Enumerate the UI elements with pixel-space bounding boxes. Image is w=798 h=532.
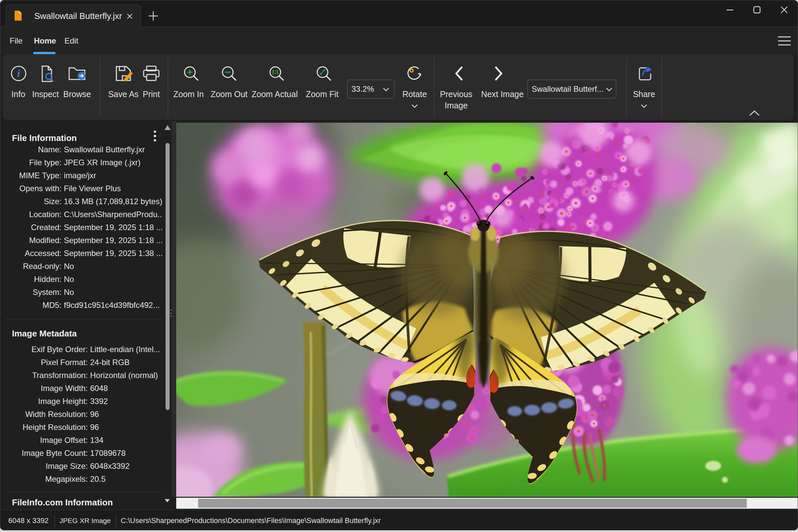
svg-text:i: i [17, 67, 20, 79]
